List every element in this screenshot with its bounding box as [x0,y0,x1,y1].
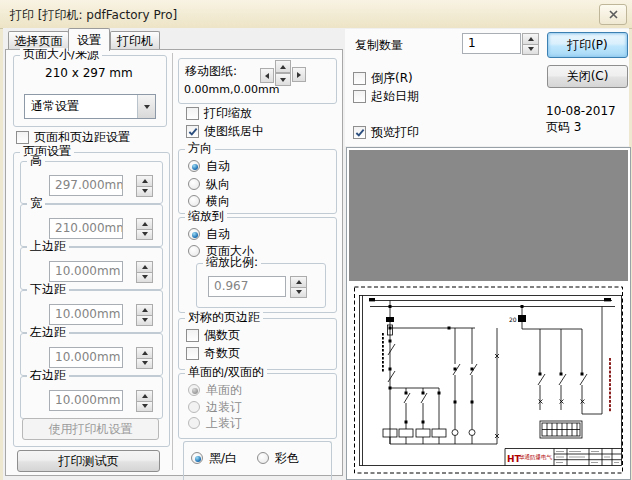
spin-down-button[interactable] [136,272,153,284]
orientation-landscape-label: 横向 [206,194,230,208]
scale-to-legend: 缩放到 [185,210,227,223]
check-icon [355,128,365,138]
close-button[interactable] [599,4,627,25]
scale-auto-label: 自动 [206,227,230,241]
spin-up-icon [142,394,148,398]
orientation-landscape-radio[interactable] [188,195,200,207]
page-number: 页码 3 [546,120,581,134]
reverse-order-label: 倒序(R) [371,71,413,85]
top-binding-radio[interactable] [188,417,200,429]
scale-auto-radio[interactable] [188,228,200,240]
page-margin-checkbox[interactable] [16,131,29,144]
start-date-checkbox[interactable] [353,90,366,103]
right-margin-input[interactable]: 10.000mm [49,390,123,411]
terminal-block [540,421,582,438]
odd-pages-checkbox[interactable] [186,347,199,360]
preview-print-checkbox[interactable] [353,126,366,139]
bottom-margin-input[interactable]: 10.000mm [49,304,123,325]
tab-settings-label: 设置 [77,32,101,49]
height-spinner [136,175,153,197]
company-name: 华通防爆电气 [519,453,553,461]
edge-binding-label: 边装订 [206,400,242,414]
preview-print-label: 预览打印 [371,125,419,139]
print-preview-page: 20 HT 华通防爆电气 [349,281,628,477]
print-test-page-button[interactable]: 打印测试页 [17,450,160,472]
symmetric-margins-group: 对称的页边距 [178,318,337,370]
spin-down-button[interactable] [136,401,153,413]
right-margin-spinner [136,390,153,412]
top-margin-label: 上边距 [27,240,69,253]
height-input[interactable]: 297.000mm [49,175,123,196]
single-sided-radio[interactable] [188,384,200,396]
move-right-button[interactable] [292,67,306,82]
copies-input[interactable]: 1 [462,33,521,54]
print-preview-panel[interactable]: 20 HT 华通防爆电气 [346,147,631,480]
orientation-portrait-radio[interactable] [188,178,200,190]
dropdown-arrow-button[interactable] [137,95,155,118]
print-button[interactable]: 打印(P) [547,32,628,58]
duplex-legend: 单面的/双面的 [185,366,267,379]
center-drawing-checkbox[interactable] [186,125,199,138]
spin-up-icon [142,222,148,226]
edge-binding-radio[interactable] [188,401,200,413]
even-pages-label: 偶数页 [204,328,240,342]
spin-down-button[interactable] [136,358,153,370]
use-printer-settings-button[interactable]: 使用打印机设置 [22,418,159,440]
preview-canvas: 20 HT 华通防爆电气 [349,150,628,477]
width-input[interactable]: 210.000mm [49,218,123,239]
page-size-text: 210 x 297 mm [45,66,133,80]
start-date-label: 起始日期 [371,89,419,103]
column-divider [172,53,173,470]
print-scaling-checkbox[interactable] [186,107,199,120]
spin-down-button[interactable] [290,287,307,299]
spin-down-button[interactable] [522,44,539,56]
move-down-button[interactable] [275,73,291,86]
spin-up-icon [142,179,148,183]
spin-down-icon [142,275,148,279]
move-left-button[interactable] [260,68,274,83]
orientation-group: 方向 [178,149,337,214]
close-icon [609,10,618,19]
arrow-left-icon [265,73,269,79]
black-white-radio[interactable] [191,452,203,464]
scale-page-size-radio[interactable] [188,245,200,257]
move-up-button[interactable] [275,60,291,73]
color-radio[interactable] [257,452,269,464]
left-margin-input[interactable]: 10.000mm [49,347,123,368]
spin-down-button[interactable] [136,315,153,327]
tab-printer[interactable]: 打印机 [110,31,160,51]
component-label: 20 [509,316,517,323]
even-pages-checkbox[interactable] [186,329,199,342]
orientation-legend: 方向 [185,142,215,155]
page-margin-checkbox-label: 页面和页边距设置 [34,130,130,144]
arrow-down-icon [280,78,286,82]
scale-ratio-input[interactable]: 0.967 [208,276,286,297]
reverse-order-checkbox[interactable] [353,72,366,85]
dropdown-arrow-icon [144,105,150,109]
paper-preset-dropdown[interactable]: 通常设置 [24,94,156,119]
close-dialog-button[interactable]: 关闭(C) [547,65,628,88]
tab-printer-label: 打印机 [117,33,153,50]
title-bar[interactable]: 打印 [打印机: pdfFactory Pro] [0,0,632,29]
center-drawing-label: 使图纸居中 [204,124,264,138]
top-binding-label: 上装订 [206,416,242,430]
scale-ratio-spinner [290,276,307,298]
spin-down-icon [528,47,534,51]
black-white-label: 黑/白 [209,451,237,465]
spin-down-button[interactable] [136,186,153,198]
move-drawing-label: 移动图纸: [185,64,237,78]
top-margin-spinner [136,261,153,283]
print-scaling-label: 打印缩放 [204,106,252,120]
color-label: 彩色 [275,451,299,465]
spin-down-icon [296,290,302,294]
orientation-auto-radio[interactable] [188,160,200,172]
tab-settings[interactable]: 设置 [68,28,110,51]
spin-down-button[interactable] [136,229,153,241]
drawing-number-ticks [609,358,611,411]
spin-down-icon [142,404,148,408]
spin-up-icon [296,280,302,284]
copies-spinner [522,33,539,55]
duplex-group: 单面的/双面的 [178,373,337,439]
top-margin-input[interactable]: 10.000mm [49,261,123,282]
spin-down-icon [142,361,148,365]
